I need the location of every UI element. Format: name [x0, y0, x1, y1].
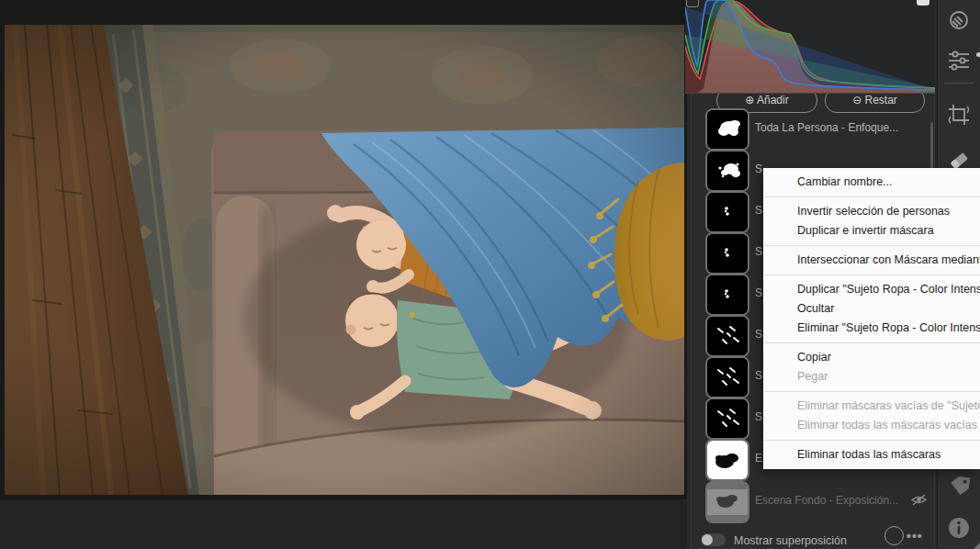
mask-thumbnail[interactable]	[705, 398, 749, 440]
rail-divider	[944, 83, 974, 84]
resize-grip[interactable]	[974, 543, 980, 549]
bottom-toolbar: ★ ★ ★ ★ ★ Copiar ajustes de edición ⚙ En…	[0, 499, 687, 549]
mask-thumbnail[interactable]	[705, 356, 749, 398]
edit-indicator-dot	[976, 52, 980, 57]
crop-icon[interactable]	[947, 103, 971, 127]
app-window: ★ ★ ★ ★ ★ Copiar ajustes de edición ⚙ En…	[0, 0, 980, 549]
photo-illustration	[5, 25, 684, 495]
overlay-toggle-knob[interactable]	[702, 534, 713, 545]
keywords-tag-icon[interactable]	[947, 473, 973, 499]
mask-thumbnail[interactable]	[705, 108, 749, 151]
eye-hidden-icon[interactable]	[911, 494, 927, 506]
mask-thumbnail[interactable]	[705, 150, 749, 192]
mask-thumbnail[interactable]	[705, 439, 749, 481]
overlay-toggle-label: Mostrar superposición	[734, 534, 847, 547]
mask-context-menu: Cambiar nombre... Invertir selección de …	[763, 168, 980, 469]
overlay-color-circle-icon[interactable]	[884, 526, 904, 545]
menu-separator	[763, 440, 980, 441]
menu-item-paste[interactable]: Pegar	[763, 367, 980, 387]
edit-sliders-icon[interactable]	[947, 49, 971, 73]
menu-item-delete-mask[interactable]: Eliminar "Sujeto Ropa - Color Intenso"	[763, 319, 980, 338]
menu-item-delete-empty-masks-of[interactable]: Eliminar máscaras vacías de "Sujeto Ro	[763, 397, 980, 416]
mask-thumbnail[interactable]	[705, 481, 749, 523]
more-options-icon[interactable]: •••	[907, 529, 923, 543]
menu-item-copy[interactable]: Copiar	[763, 348, 980, 367]
mask-thumbnail[interactable]	[705, 315, 749, 357]
histogram[interactable]	[685, 0, 935, 94]
menu-item-delete-all-masks[interactable]: Eliminar todas las máscaras	[763, 445, 980, 465]
menu-item-hide[interactable]: Ocultar	[763, 299, 980, 319]
highlight-clipping-icon[interactable]	[917, 0, 929, 6]
shadow-clipping-icon[interactable]	[686, 0, 699, 7]
menu-item-invert-people-selection[interactable]: Invertir selección de personas	[763, 202, 980, 221]
menu-item-duplicate-and-invert-mask[interactable]: Duplicar e invertir máscara	[763, 221, 980, 241]
mask-thumbnail[interactable]	[705, 232, 749, 274]
menu-separator	[763, 342, 980, 343]
healing-brush-icon[interactable]	[947, 8, 971, 32]
menu-separator	[763, 196, 980, 197]
mask-thumbnail[interactable]	[705, 274, 749, 316]
mask-thumbnail[interactable]	[705, 191, 749, 233]
menu-item-delete-all-empty-masks[interactable]: Eliminar todas las máscaras vacías	[763, 416, 980, 435]
menu-item-intersect-mask-with[interactable]: Interseccionar con Máscara mediante	[763, 251, 980, 270]
info-icon[interactable]	[947, 516, 971, 540]
menu-separator	[763, 245, 980, 246]
menu-separator	[763, 391, 980, 392]
menu-separator	[763, 274, 980, 275]
menu-item-rename[interactable]: Cambiar nombre...	[763, 173, 980, 192]
photo-canvas[interactable]	[5, 25, 684, 495]
histogram-curves	[685, 0, 935, 93]
menu-item-duplicate-mask[interactable]: Duplicar "Sujeto Ropa - Color Intenso"	[763, 280, 980, 299]
